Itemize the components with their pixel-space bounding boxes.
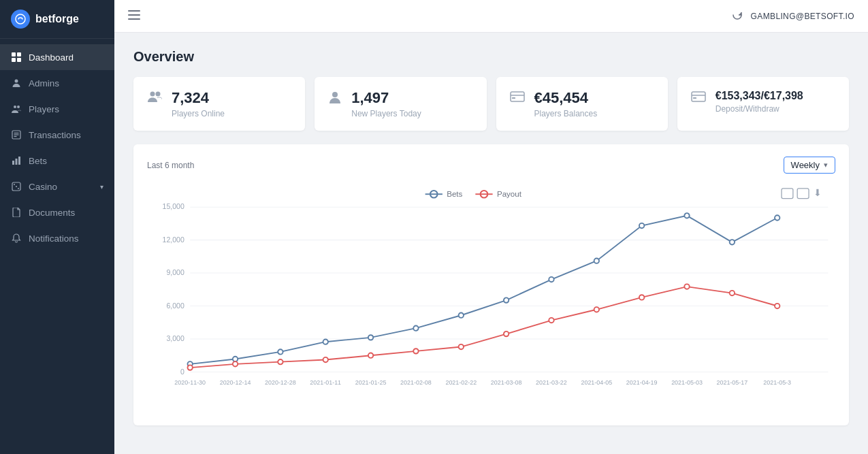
sidebar-logo: betforge xyxy=(0,0,114,39)
svg-text:15,000: 15,000 xyxy=(163,203,184,211)
svg-rect-25 xyxy=(511,92,524,101)
sidebar-item-documents[interactable]: Documents xyxy=(0,199,114,225)
svg-point-18 xyxy=(16,186,17,187)
svg-point-76 xyxy=(639,223,644,228)
people-icon xyxy=(11,103,22,114)
svg-text:2021-05-03: 2021-05-03 xyxy=(671,380,703,387)
svg-point-17 xyxy=(18,188,19,189)
page-content: Overview 7,324 Players Online xyxy=(114,33,868,454)
sidebar-item-casino[interactable]: Casino ▾ xyxy=(0,174,114,199)
page-title: Overview xyxy=(133,49,849,65)
svg-text:2020-12-28: 2020-12-28 xyxy=(265,380,296,387)
logo-icon xyxy=(11,10,30,29)
svg-point-70 xyxy=(368,336,373,340)
stat-value-players-online: 7,324 xyxy=(172,89,225,107)
stat-value-deposit: €153,343/€17,398 xyxy=(716,89,803,102)
stat-card-players-online: 7,324 Players Online xyxy=(133,77,305,131)
svg-point-87 xyxy=(504,331,509,336)
svg-point-68 xyxy=(278,350,283,355)
svg-point-23 xyxy=(156,92,161,97)
chart-container: Bets Payout ⬇ 15,000 12,000 9,000 6,000 … xyxy=(147,183,835,415)
svg-point-16 xyxy=(14,184,15,185)
svg-point-0 xyxy=(16,14,25,24)
svg-point-79 xyxy=(775,216,779,221)
menu-icon[interactable] xyxy=(128,10,140,22)
svg-text:12,000: 12,000 xyxy=(163,236,184,244)
svg-point-81 xyxy=(233,362,238,367)
card2-stat-icon xyxy=(691,91,706,106)
sidebar: betforge Dashboard Admins xyxy=(0,0,114,454)
sidebar-item-admins[interactable]: Admins xyxy=(0,70,114,96)
svg-point-77 xyxy=(684,214,689,218)
svg-point-78 xyxy=(730,240,735,245)
svg-text:Payout: Payout xyxy=(497,191,522,199)
svg-point-22 xyxy=(150,92,155,97)
sidebar-item-players-label: Players xyxy=(29,104,59,114)
svg-point-69 xyxy=(323,340,328,344)
sidebar-item-notifications[interactable]: Notifications xyxy=(0,225,114,251)
svg-point-71 xyxy=(413,326,418,331)
stat-label-new-players: New Players Today xyxy=(351,109,421,118)
chart-header: Last 6 month Weekly ▾ xyxy=(147,157,835,174)
grid-icon xyxy=(11,52,22,63)
stat-card-body-deposit: €153,343/€17,398 Deposit/Withdraw xyxy=(716,89,803,114)
line-chart: Bets Payout ⬇ 15,000 12,000 9,000 6,000 … xyxy=(147,183,835,415)
svg-point-7 xyxy=(17,106,20,108)
person-stat-icon xyxy=(328,91,342,108)
stat-value-balances: €45,454 xyxy=(534,89,598,107)
refresh-icon[interactable] xyxy=(732,10,743,22)
person-icon xyxy=(11,78,22,88)
svg-point-72 xyxy=(459,313,464,318)
svg-point-89 xyxy=(594,308,599,312)
svg-text:2021-03-22: 2021-03-22 xyxy=(536,380,567,387)
svg-rect-14 xyxy=(18,157,20,165)
svg-text:2021-02-22: 2021-02-22 xyxy=(445,380,477,387)
topbar-right: GAMBLING@BETSOFT.IO xyxy=(732,10,854,22)
svg-text:Bets: Bets xyxy=(447,191,462,199)
svg-point-84 xyxy=(368,353,373,358)
svg-rect-12 xyxy=(12,161,14,165)
svg-rect-1 xyxy=(12,52,16,56)
bell-icon xyxy=(11,233,22,244)
svg-rect-2 xyxy=(17,52,21,56)
svg-text:2021-01-11: 2021-01-11 xyxy=(310,380,341,387)
logo-text: betforge xyxy=(35,13,79,25)
svg-point-67 xyxy=(233,357,238,361)
sidebar-item-transactions[interactable]: Transactions xyxy=(0,122,114,148)
main-content: GAMBLING@BETSOFT.IO Overview 7,324 Playe xyxy=(114,0,868,454)
svg-rect-13 xyxy=(16,159,18,165)
stat-label-deposit: Deposit/Withdraw xyxy=(716,104,803,114)
svg-point-80 xyxy=(188,366,193,370)
sidebar-item-casino-label: Casino xyxy=(29,182,57,192)
svg-text:2021-02-08: 2021-02-08 xyxy=(400,380,432,387)
svg-point-88 xyxy=(549,318,553,323)
sidebar-item-players[interactable]: Players xyxy=(0,96,114,122)
svg-rect-30 xyxy=(693,97,696,99)
svg-rect-4 xyxy=(17,58,21,62)
chart-section: Last 6 month Weekly ▾ Bets Payout xyxy=(133,144,849,425)
svg-text:9,000: 9,000 xyxy=(166,269,184,277)
stat-cards: 7,324 Players Online 1,497 New Players T… xyxy=(133,77,849,131)
svg-point-73 xyxy=(504,298,509,303)
svg-text:2021-03-08: 2021-03-08 xyxy=(491,380,522,387)
svg-rect-21 xyxy=(128,18,140,20)
svg-rect-27 xyxy=(512,97,515,99)
people-stat-icon xyxy=(147,91,162,106)
chevron-down-icon: ▾ xyxy=(100,183,103,191)
svg-point-75 xyxy=(594,259,599,263)
sidebar-item-documents-label: Documents xyxy=(29,208,75,218)
stat-card-balances: €45,454 Players Balances xyxy=(496,77,668,131)
svg-point-85 xyxy=(413,349,418,354)
sidebar-item-dashboard[interactable]: Dashboard xyxy=(0,44,114,70)
svg-rect-19 xyxy=(128,10,140,12)
svg-rect-37 xyxy=(782,189,793,199)
svg-text:2021-05-3: 2021-05-3 xyxy=(763,380,791,387)
chart-period-dropdown[interactable]: Weekly ▾ xyxy=(784,157,835,174)
svg-point-74 xyxy=(549,277,553,282)
svg-text:3,000: 3,000 xyxy=(166,335,184,343)
sidebar-item-bets[interactable]: Bets xyxy=(0,148,114,174)
sidebar-item-dashboard-label: Dashboard xyxy=(29,52,74,63)
svg-point-91 xyxy=(684,285,689,289)
svg-text:2021-01-25: 2021-01-25 xyxy=(355,380,387,387)
document-icon xyxy=(11,207,22,218)
